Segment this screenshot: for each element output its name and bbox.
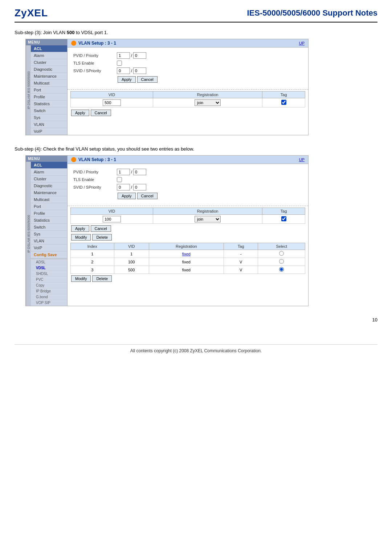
sidebar2-item-alarm[interactable]: Alarm [31,169,67,176]
sidebar2-item-profile[interactable]: Profile [31,210,67,217]
modify-button2b[interactable]: Modify [71,275,91,282]
apply-button1[interactable]: Apply [118,76,136,83]
sidebar-item-multicast[interactable]: Multicast [31,80,67,87]
sidebar2-item-switch[interactable]: Switch [31,224,67,231]
apply-button2b[interactable]: Apply [71,225,89,232]
col-vid1: VID [71,91,153,98]
page-number-area: 10 [15,317,377,323]
radio-1[interactable] [279,251,284,256]
page-header: ZyXEL IES-5000/5005/6000 Support Notes [15,7,377,22]
sidebar2-sub-vdsl[interactable]: VDSL [31,265,67,271]
substep4-text: Sub-step (4): Check the final VLAN setup… [15,146,377,152]
cancel-button2b[interactable]: Cancel [91,225,111,232]
sidebar-item-acl[interactable]: ACL [31,45,67,52]
radio-2[interactable] [279,259,284,264]
sidebar2-item-maintenance[interactable]: Maintenance [31,189,67,196]
sidebar2-sub-vopsip[interactable]: VOP SIP [31,300,67,306]
registration-select1[interactable]: join fixed forbidden [195,99,221,106]
select-2 [258,258,305,266]
sidebar2-item-acl[interactable]: ACL [31,162,67,169]
svid-priority-input2[interactable] [133,184,146,190]
tls-checkbox2[interactable] [117,177,122,182]
sidebar2-item-port[interactable]: Port [31,203,67,210]
sidebar2-item-statistics[interactable]: Statistics [31,217,67,224]
registration-select2[interactable]: join fixed forbidden [195,216,221,222]
sidebar2-item-configsave[interactable]: Config Save [31,251,67,258]
sidebar-item-voip[interactable]: VoIP [31,128,67,135]
panel2: MENU IP DSLAM IES-5000/6000 ACL Alarm Cl… [25,155,309,306]
sidebar-item-profile[interactable]: Profile [31,94,67,100]
sidebar-item-diagnostic[interactable]: Diagnostic [31,66,67,73]
sidebar1: MENU IP DSLAM IES-5000/6000 ACL Alarm Cl… [26,39,68,135]
sidebar-item-alarm[interactable]: Alarm [31,52,67,59]
sidebar2-item-sys[interactable]: Sys [31,231,67,238]
tag-cell1 [262,98,305,107]
col-vid2t: VID [71,208,153,215]
sidebar-item-maintenance[interactable]: Maintenance [31,73,67,80]
data-row-1: 1 1 fixed - [71,250,305,258]
sidebar2-item-vlan[interactable]: VLAN [31,238,67,245]
vlan-title2: VLAN Setup : 3 - 1 [71,157,116,162]
sidebar2-item-multicast[interactable]: Multicast [31,196,67,203]
sidebar-item-port[interactable]: Port [31,87,67,94]
col-registration2: Registration [149,243,224,250]
sidebar2-sub-ipbridge[interactable]: IP Bridge [31,288,67,294]
tag-checkbox2[interactable] [281,216,286,221]
pvid-input2[interactable] [117,169,130,175]
up-link1[interactable]: UP [299,41,305,45]
btn-row1b: Apply Cancel [70,110,305,116]
page-title: IES-5000/5005/6000 Support Notes [247,8,378,18]
sidebar2-sub-gbond[interactable]: G.bond [31,294,67,300]
reg-1: fixed [149,250,224,258]
apply-button1b[interactable]: Apply [71,110,89,116]
select-1 [258,250,305,258]
apply-button2[interactable]: Apply [118,193,136,199]
vid-input2[interactable] [103,216,121,222]
vlan-header2: VLAN Setup : 3 - 1 UP [68,156,308,164]
sidebar2-sub-copy[interactable]: Copy [31,283,67,288]
sidebar-item-vlan[interactable]: VLAN [31,121,67,128]
svid-input2[interactable] [117,184,130,190]
up-link2[interactable]: UP [299,157,305,162]
sidebar2-sub-adsl[interactable]: ADSL [31,259,67,265]
tls-checkbox1[interactable] [117,61,122,66]
svid-row1: SVID / SPriority / [73,67,302,74]
tag-checkbox1[interactable] [281,100,286,105]
sidebar2-item-diagnostic[interactable]: Diagnostic [31,182,67,189]
sidebar2-item-voip[interactable]: VoIP [31,245,67,251]
pvid-input1[interactable] [117,52,130,59]
pvid-priority-input2[interactable] [133,169,146,175]
sidebar2-sub-pvc[interactable]: PVC [31,277,67,283]
vid-cell2 [71,215,153,224]
col-registration2t: Registration [153,208,262,215]
vlan-title1: VLAN Setup : 3 - 1 [71,41,116,46]
index-3: 3 [71,266,114,274]
col-vid2: VID [114,243,149,250]
sidebar-item-sys[interactable]: Sys [31,114,67,121]
page-number: 10 [372,317,377,323]
modify-button2[interactable]: Modify [71,234,91,241]
tag-1: - [224,250,258,258]
delete-button2b[interactable]: Delete [92,275,112,282]
cancel-button1[interactable]: Cancel [137,76,158,83]
footer: All contents copyright (c) 2008 ZyXEL Co… [15,344,377,353]
sidebar2-sub-shdsl[interactable]: SHDSL [31,271,67,277]
pvid-row1: PVID / Priority / [73,52,302,59]
sidebar1-rotated-label: IP DSLAM IES-5000/6000 [26,45,31,135]
sidebar-item-statistics[interactable]: Statistics [31,100,67,107]
svid-priority-input1[interactable] [133,67,146,74]
pvid-priority-input1[interactable] [133,52,146,59]
svid-row2: SVID / SPriority / [73,184,302,190]
sidebar-item-switch[interactable]: Switch [31,107,67,114]
svid-input1[interactable] [117,67,130,74]
sidebar2-item-cluster[interactable]: Cluster [31,176,67,182]
zyxel-logo: ZyXEL [15,7,48,19]
col-select: Select [258,243,305,250]
delete-button2[interactable]: Delete [92,234,112,241]
radio-3[interactable] [279,267,284,272]
cancel-button1b[interactable]: Cancel [91,110,111,116]
cancel-button2[interactable]: Cancel [137,193,158,199]
btn-row2b: Apply Cancel [70,225,305,232]
sidebar-item-cluster[interactable]: Cluster [31,59,67,66]
vid-input1[interactable] [103,99,121,106]
